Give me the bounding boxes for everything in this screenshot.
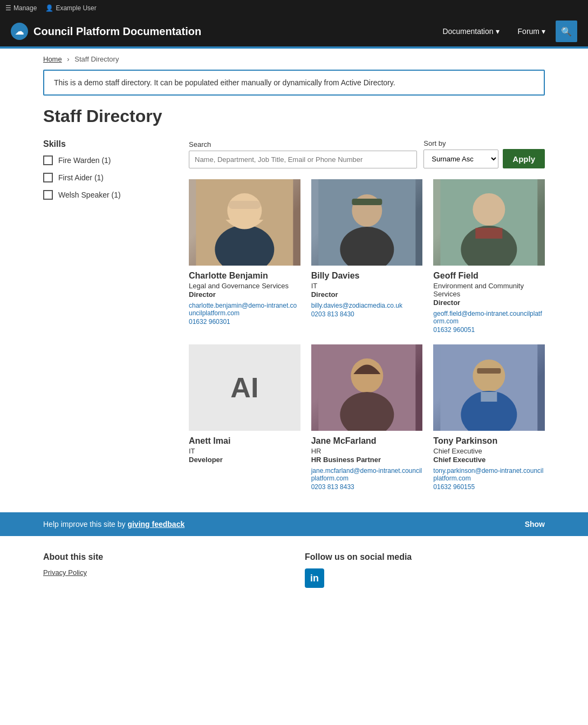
- feedback-show-button[interactable]: Show: [525, 520, 545, 528]
- feedback-text: Help improve this site by: [43, 520, 127, 528]
- svg-rect-17: [477, 368, 501, 374]
- user-item[interactable]: 👤 Example User: [45, 4, 96, 12]
- skill-label-welsh-speaker: Welsh Speaker (1): [58, 191, 121, 199]
- staff-role-jane-mcfarland: HR Business Partner: [311, 456, 423, 464]
- user-icon: 👤: [45, 4, 53, 12]
- manage-icon: ☰: [5, 4, 11, 12]
- staff-phone-jane-mcfarland[interactable]: 0203 813 8433: [311, 483, 423, 491]
- info-box-text: This is a demo staff directory. It can b…: [54, 78, 395, 87]
- sort-group: Sort by Surname Asc Surname Desc First N…: [423, 139, 545, 168]
- breadcrumb-current: Staff Directory: [74, 55, 119, 63]
- forum-chevron-icon: ▾: [542, 27, 545, 36]
- staff-email-tony-parkinson[interactable]: tony.parkinson@demo-intranet.councilplat…: [433, 467, 545, 482]
- staff-email-jane-mcfarland[interactable]: jane.mcfarland@demo-intranet.councilplat…: [311, 467, 423, 482]
- nav-documentation[interactable]: Documentation ▾: [434, 22, 507, 40]
- staff-dept-charlotte-benjamin: Legal and Governance Services: [189, 282, 300, 290]
- staff-name-tony-parkinson: Tony Parkinson: [433, 436, 545, 446]
- skill-label-first-aider: First Aider (1): [58, 173, 104, 182]
- staff-photo-jane-mcfarland[interactable]: [311, 344, 423, 431]
- skills-title: Skills: [43, 139, 173, 149]
- info-box: This is a demo staff directory. It can b…: [43, 70, 545, 96]
- breadcrumb: Home › Staff Directory: [0, 49, 588, 70]
- staff-email-billy-davies[interactable]: billy.davies@zodiacmedia.co.uk: [311, 302, 423, 309]
- staff-card-jane-mcfarland: Jane McFarland HR HR Business Partner ja…: [311, 344, 423, 491]
- documentation-chevron-icon: ▾: [496, 27, 500, 36]
- staff-phone-geoff-field[interactable]: 01632 960051: [433, 326, 545, 334]
- sidebar: Skills Fire Warden (1) First Aider (1) W…: [43, 139, 173, 491]
- footer-about-title: About this site: [43, 552, 283, 562]
- staff-phone-billy-davies[interactable]: 0203 813 8430: [311, 310, 423, 318]
- skill-checkbox-fire-warden[interactable]: [43, 155, 53, 165]
- sort-label: Sort by: [423, 139, 498, 147]
- feedback-bar: Help improve this site by giving feedbac…: [0, 512, 588, 536]
- staff-role-charlotte-benjamin: Director: [189, 290, 300, 299]
- skill-item-fire-warden: Fire Warden (1): [43, 155, 173, 165]
- staff-avatar-anett-imai[interactable]: AI: [189, 344, 300, 431]
- feedback-bar-text: Help improve this site by giving feedbac…: [43, 520, 525, 528]
- directory-area: Search Sort by Surname Asc Surname Desc …: [189, 139, 545, 491]
- staff-email-geoff-field[interactable]: geoff.field@demo-intranet.councilplatfor…: [433, 310, 545, 325]
- skill-item-first-aider: First Aider (1): [43, 173, 173, 182]
- staff-role-tony-parkinson: Chief Executive: [433, 456, 545, 464]
- sort-select[interactable]: Surname Asc Surname Desc First Name Asc …: [423, 150, 498, 168]
- svg-point-9: [473, 193, 505, 226]
- staff-role-anett-imai: Developer: [189, 456, 300, 464]
- page-title: Staff Directory: [43, 106, 545, 126]
- svg-rect-11: [476, 228, 503, 239]
- documentation-label: Documentation: [442, 27, 493, 36]
- svg-rect-19: [481, 392, 497, 402]
- admin-bar: ☰ Manage 👤 Example User: [0, 0, 588, 16]
- manage-item[interactable]: ☰ Manage: [5, 4, 37, 12]
- staff-photo-tony-parkinson[interactable]: [433, 344, 545, 431]
- staff-photo-charlotte-benjamin[interactable]: [189, 179, 300, 266]
- nav-logo-text: Council Platform Documentation: [33, 25, 201, 38]
- staff-phone-charlotte-benjamin[interactable]: 01632 960301: [189, 318, 300, 326]
- apply-button[interactable]: Apply: [503, 149, 545, 168]
- nav-search-button[interactable]: 🔍: [556, 21, 577, 42]
- staff-role-billy-davies: Director: [311, 290, 423, 299]
- staff-photo-billy-davies[interactable]: [311, 179, 423, 266]
- search-input[interactable]: [189, 151, 417, 168]
- skill-label-fire-warden: Fire Warden (1): [58, 156, 111, 165]
- breadcrumb-home[interactable]: Home: [43, 55, 62, 63]
- svg-point-13: [351, 358, 383, 393]
- staff-grid: Charlotte Benjamin Legal and Governance …: [189, 179, 545, 491]
- footer: About this site Privacy Policy Follow us…: [0, 536, 588, 604]
- staff-dept-jane-mcfarland: HR: [311, 447, 423, 455]
- svg-rect-6: [352, 199, 382, 205]
- skill-checkbox-first-aider[interactable]: [43, 173, 53, 182]
- nav-forum[interactable]: Forum ▾: [510, 22, 553, 40]
- staff-name-geoff-field: Geoff Field: [433, 271, 545, 281]
- staff-name-anett-imai: Anett Imai: [189, 436, 300, 446]
- linkedin-icon[interactable]: in: [305, 568, 324, 588]
- staff-card-charlotte-benjamin: Charlotte Benjamin Legal and Governance …: [189, 179, 300, 334]
- footer-social-col: Follow us on social media in: [305, 552, 545, 588]
- feedback-link[interactable]: giving feedback: [127, 520, 184, 528]
- staff-card-geoff-field: Geoff Field Environment and Community Se…: [433, 179, 545, 334]
- nav-links: Documentation ▾ Forum ▾ 🔍: [434, 21, 577, 42]
- footer-social-title: Follow us on social media: [305, 552, 545, 562]
- search-label: Search: [189, 140, 417, 148]
- search-sort-row: Search Sort by Surname Asc Surname Desc …: [189, 139, 545, 168]
- staff-phone-tony-parkinson[interactable]: 01632 960155: [433, 483, 545, 491]
- search-group: Search: [189, 140, 417, 168]
- staff-photo-geoff-field[interactable]: [433, 179, 545, 266]
- staff-name-billy-davies: Billy Davies: [311, 271, 423, 281]
- staff-name-jane-mcfarland: Jane McFarland: [311, 436, 423, 446]
- staff-role-geoff-field: Director: [433, 299, 545, 307]
- logo-icon: ☁: [11, 23, 28, 40]
- main-nav: ☁ Council Platform Documentation Documen…: [0, 16, 588, 46]
- search-icon: 🔍: [561, 26, 572, 37]
- skill-checkbox-welsh-speaker[interactable]: [43, 190, 53, 200]
- manage-label: Manage: [13, 4, 37, 12]
- nav-logo: ☁ Council Platform Documentation: [11, 23, 434, 40]
- footer-privacy-link[interactable]: Privacy Policy: [43, 568, 283, 577]
- staff-dept-billy-davies: IT: [311, 282, 423, 290]
- svg-point-16: [473, 360, 505, 392]
- staff-card-billy-davies: Billy Davies IT Director billy.davies@zo…: [311, 179, 423, 334]
- staff-card-tony-parkinson: Tony Parkinson Chief Executive Chief Exe…: [433, 344, 545, 491]
- breadcrumb-separator: ›: [67, 55, 69, 63]
- staff-dept-geoff-field: Environment and Community Services: [433, 282, 545, 298]
- staff-email-charlotte-benjamin[interactable]: charlotte.benjamin@demo-intranet.council…: [189, 302, 300, 317]
- svg-rect-3: [228, 201, 261, 209]
